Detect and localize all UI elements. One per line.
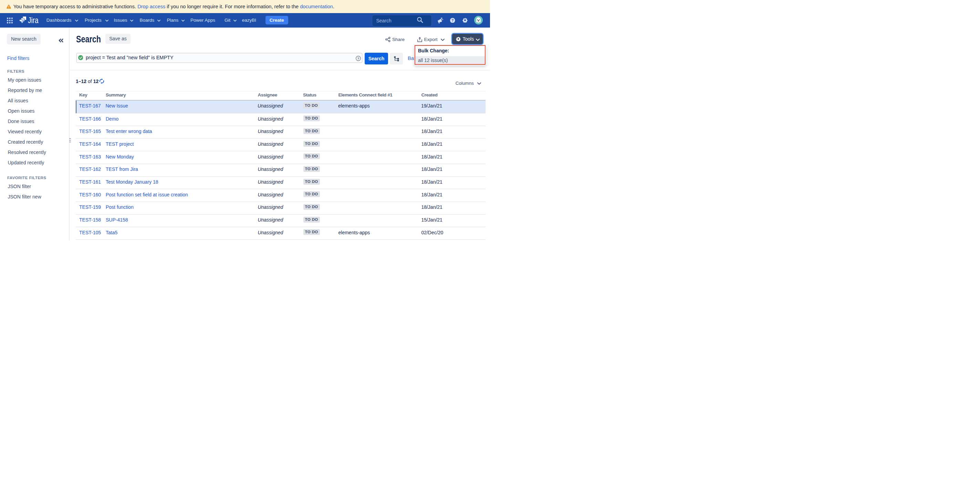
svg-text:?: ? — [452, 18, 453, 22]
svg-text:?: ? — [357, 56, 359, 60]
